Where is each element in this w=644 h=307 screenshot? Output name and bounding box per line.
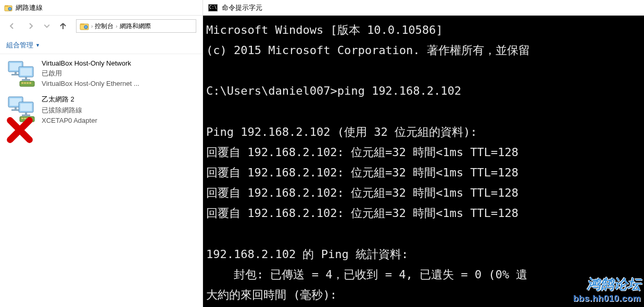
organize-label: 組合管理 (6, 41, 33, 50)
svg-rect-21 (15, 107, 17, 109)
explorer-title: 網路連線 (16, 3, 43, 12)
cmd-title-bar[interactable]: C:\ 命令提示字元 (203, 0, 644, 16)
breadcrumb-item[interactable]: 控制台 (95, 22, 113, 31)
adapter-device: VirtualBox Host-Only Ethernet ... (42, 80, 140, 87)
explorer-title-bar[interactable]: 網路連線 (0, 0, 203, 16)
adapter-info: VirtualBox Host-Only Network 已啟用 Virtual… (42, 59, 140, 88)
network-adapter-icon (5, 59, 36, 88)
organize-menu[interactable]: 組合管理 ▼ (6, 41, 40, 50)
cmd-icon: C:\ (208, 4, 218, 11)
adapter-item[interactable]: VirtualBox Host-Only Network 已啟用 Virtual… (3, 56, 199, 92)
svg-rect-24 (20, 104, 32, 111)
adapter-name: 乙太網路 2 (42, 95, 97, 104)
svg-rect-11 (20, 68, 32, 75)
svg-rect-12 (25, 77, 27, 79)
adapter-status: 已拔除網路線 (42, 106, 97, 115)
svg-rect-8 (15, 72, 17, 74)
adapter-list: VirtualBox Host-Only Network 已啟用 Virtual… (0, 54, 203, 130)
explorer-nav-bar: › 控制台 › 網路和網際 (0, 16, 203, 36)
svg-point-5 (84, 25, 87, 29)
chevron-right-icon: › (116, 23, 117, 29)
address-bar[interactable]: › 控制台 › 網路和網際 (76, 19, 196, 33)
svg-rect-1 (5, 5, 8, 7)
svg-point-2 (8, 7, 11, 10)
forward-button[interactable] (25, 20, 36, 32)
adapter-device: XCETAP0 Adapter (42, 117, 97, 124)
svg-rect-15 (21, 82, 23, 84)
network-connections-window: 網路連線 › 控制台 › 網路和網際 組合管理 ▼ (0, 0, 203, 307)
svg-rect-16 (24, 82, 26, 84)
cmd-title: 命令提示字元 (222, 3, 262, 12)
chevron-right-icon: › (91, 23, 93, 29)
network-folder-icon (4, 4, 12, 12)
svg-rect-25 (25, 112, 27, 114)
adapter-item[interactable]: 乙太網路 2 已拔除網路線 XCETAP0 Adapter (3, 92, 199, 127)
network-adapter-icon (5, 95, 36, 124)
path-network-folder-icon (80, 21, 89, 31)
up-button[interactable] (57, 20, 69, 32)
adapter-info: 乙太網路 2 已拔除網路線 XCETAP0 Adapter (42, 95, 97, 124)
chevron-down-icon: ▼ (35, 43, 40, 48)
command-prompt-window: C:\ 命令提示字元 Microsoft Windows [版本 10.0.10… (203, 0, 644, 307)
svg-rect-17 (27, 82, 29, 84)
back-button[interactable] (6, 20, 18, 32)
cmd-output[interactable]: Microsoft Windows [版本 10.0.10586] (c) 20… (203, 16, 644, 307)
svg-rect-18 (29, 82, 31, 84)
adapter-status: 已啟用 (42, 69, 140, 78)
breadcrumb-item[interactable]: 網路和網際 (120, 22, 151, 31)
recent-dropdown[interactable] (44, 20, 50, 32)
explorer-toolbar: 組合管理 ▼ (0, 36, 203, 54)
svg-rect-13 (22, 79, 30, 81)
adapter-name: VirtualBox Host-Only Network (42, 59, 140, 67)
error-x-icon (4, 116, 14, 125)
svg-rect-4 (80, 23, 84, 25)
